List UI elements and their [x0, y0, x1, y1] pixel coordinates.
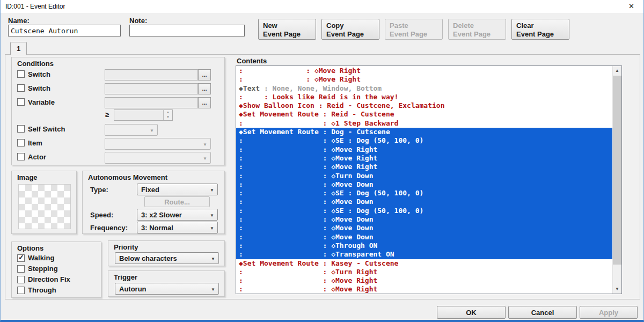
switch2-label: Switch: [28, 84, 50, 92]
contents-row[interactable]: : : ◇Move Down: [236, 197, 612, 206]
contents-row[interactable]: : : ◇SE : Dog (50, 100, 0): [236, 189, 612, 197]
ok-button[interactable]: OK: [437, 306, 506, 319]
priority-value: Below characters: [119, 254, 177, 262]
spinner-buttons: ▲ ▼: [163, 110, 172, 120]
priority-title: Priority: [108, 241, 224, 251]
spinner-down-icon[interactable]: ▼: [164, 115, 172, 120]
cancel-button[interactable]: Cancel: [508, 306, 577, 319]
spinner-up-icon[interactable]: ▲: [164, 110, 172, 115]
contents-row[interactable]: ◆Show Balloon Icon : Reid - Custcene, Ex…: [236, 101, 612, 110]
contents-row[interactable]: : : ◇Move Right: [236, 75, 612, 84]
close-button[interactable]: ✕: [619, 0, 643, 13]
movement-type-select[interactable]: Fixed ▼: [137, 184, 218, 195]
item-checkbox[interactable]: [17, 139, 25, 147]
priority-group: Priority Below characters ▼: [108, 240, 225, 266]
contents-row[interactable]: : : ◇Through ON: [236, 241, 612, 250]
name-label: Name:: [8, 17, 30, 25]
movement-type-label: Type:: [90, 186, 108, 194]
switch1-field[interactable]: [105, 69, 198, 80]
option-label: Stepping: [28, 265, 58, 273]
scroll-down-icon[interactable]: ▼: [613, 284, 621, 294]
tab-page-1[interactable]: 1: [10, 42, 27, 55]
name-input[interactable]: [8, 25, 121, 36]
switch1-browse-button[interactable]: ...: [198, 69, 211, 80]
chevron-down-icon: ▼: [211, 257, 215, 261]
page-button-paste-event-page[interactable]: PasteEvent Page: [385, 19, 443, 40]
apply-button[interactable]: Apply: [580, 306, 638, 319]
movement-frequency-label: Frequency:: [90, 224, 128, 232]
variable-operator: ≥: [105, 111, 109, 119]
chevron-down-icon: ▼: [203, 156, 207, 161]
self-switch-checkbox[interactable]: [17, 125, 25, 133]
contents-row[interactable]: : : ◇Move Down: [236, 180, 612, 189]
checkbox[interactable]: [17, 276, 25, 283]
contents-row[interactable]: : : ◇SE : Dog (50, 100, 0): [236, 207, 612, 215]
contents-scrollbar[interactable]: ▲ ▼: [612, 66, 621, 294]
contents-row[interactable]: : : ◇Move Right: [236, 67, 612, 75]
contents-row[interactable]: ◆Set Movement Route : Reid - Custcene: [236, 110, 612, 119]
scroll-up-icon[interactable]: ▲: [613, 66, 621, 75]
checkbox[interactable]: [17, 287, 25, 294]
actor-checkbox[interactable]: [17, 153, 25, 160]
switch2-checkbox[interactable]: [17, 84, 25, 92]
option-walking[interactable]: ✓Walking: [17, 254, 70, 262]
contents-row[interactable]: : : ◇Transparent ON: [236, 250, 612, 259]
contents-row[interactable]: : : ◇Move Right: [236, 154, 612, 163]
contents-row[interactable]: : : ◇Move Right: [236, 163, 612, 171]
contents-row[interactable]: : : ◇SE : Dog (50, 100, 0): [236, 136, 612, 145]
note-label: Note:: [129, 17, 147, 25]
image-title: Image: [12, 171, 76, 181]
switch2-field[interactable]: [105, 83, 198, 94]
checkbox[interactable]: ✓: [17, 254, 25, 262]
page-button-new-event-page[interactable]: NewEvent Page: [258, 19, 316, 40]
options-list: ✓WalkingSteppingDirection FixThrough: [17, 254, 70, 294]
page-button-copy-event-page[interactable]: CopyEvent Page: [321, 19, 379, 40]
movement-frequency-select[interactable]: 3: Normal ▼: [137, 222, 218, 233]
scroll-thumb[interactable]: [613, 76, 621, 265]
close-icon: ✕: [628, 2, 634, 10]
item-select[interactable]: ▼: [105, 138, 211, 150]
priority-select[interactable]: Below characters ▼: [115, 252, 219, 264]
movement-speed-label: Speed:: [90, 211, 113, 219]
variable-label: Variable: [28, 98, 55, 106]
contents-row[interactable]: ◆Set Movement Route : Kasey - Cutscene: [236, 259, 612, 268]
note-input[interactable]: [129, 25, 245, 36]
trigger-title: Trigger: [108, 271, 224, 281]
page-button-clear-event-page[interactable]: ClearEvent Page: [511, 19, 569, 40]
contents-row[interactable]: : : ◇Move Right: [236, 285, 612, 294]
variable-amount-spinner[interactable]: ▲ ▼: [114, 109, 173, 121]
option-stepping[interactable]: Stepping: [17, 265, 70, 273]
variable-browse-button[interactable]: ...: [198, 97, 211, 108]
trigger-select[interactable]: Autorun ▼: [115, 283, 219, 295]
contents-row[interactable]: ◆Set Movement Route : Dog - Cutscene: [236, 128, 612, 136]
checkbox[interactable]: [17, 265, 25, 273]
page-button-delete-event-page[interactable]: DeleteEvent Page: [448, 19, 506, 40]
check-icon: ✓: [18, 253, 24, 261]
switch2-browse-button[interactable]: ...: [198, 83, 211, 94]
contents-list[interactable]: : : ◇Move Right: : ◇Move Right◆Text : No…: [236, 65, 622, 294]
contents-row[interactable]: : : ◇Turn Right: [236, 268, 612, 276]
option-label: Through: [28, 286, 56, 294]
variable-checkbox[interactable]: [17, 98, 25, 106]
contents-row[interactable]: : : ◇Move Down: [236, 215, 612, 224]
option-direction-fix[interactable]: Direction Fix: [17, 275, 70, 283]
option-label: Direction Fix: [28, 275, 70, 283]
self-switch-select[interactable]: ▼: [105, 124, 158, 136]
image-preview[interactable]: [18, 184, 71, 229]
route-button[interactable]: Route...: [144, 196, 210, 207]
movement-speed-select[interactable]: 3: x2 Slower ▼: [137, 209, 218, 221]
contents-row[interactable]: ◆Text : None, None, Window, Bottom: [236, 84, 612, 93]
contents-row[interactable]: : : ◇Turn Down: [236, 172, 612, 180]
contents-row[interactable]: : : Looks like Reid is in the way!: [236, 93, 612, 101]
contents-row[interactable]: : : ◇Move Down: [236, 224, 612, 232]
page-buttons: NewEvent PageCopyEvent PagePasteEvent Pa…: [258, 19, 569, 40]
contents-row[interactable]: : : ◇Move Down: [236, 233, 612, 241]
options-group: Options ✓WalkingSteppingDirection FixThr…: [11, 241, 101, 298]
contents-row[interactable]: : : ◇Move Right: [236, 276, 612, 285]
variable-field[interactable]: [105, 97, 198, 108]
actor-select[interactable]: ▼: [105, 152, 211, 164]
contents-row[interactable]: : : ◇1 Step Backward: [236, 119, 612, 128]
switch1-checkbox[interactable]: [17, 70, 25, 78]
option-through[interactable]: Through: [17, 286, 70, 294]
contents-row[interactable]: : : ◇Move Right: [236, 145, 612, 154]
